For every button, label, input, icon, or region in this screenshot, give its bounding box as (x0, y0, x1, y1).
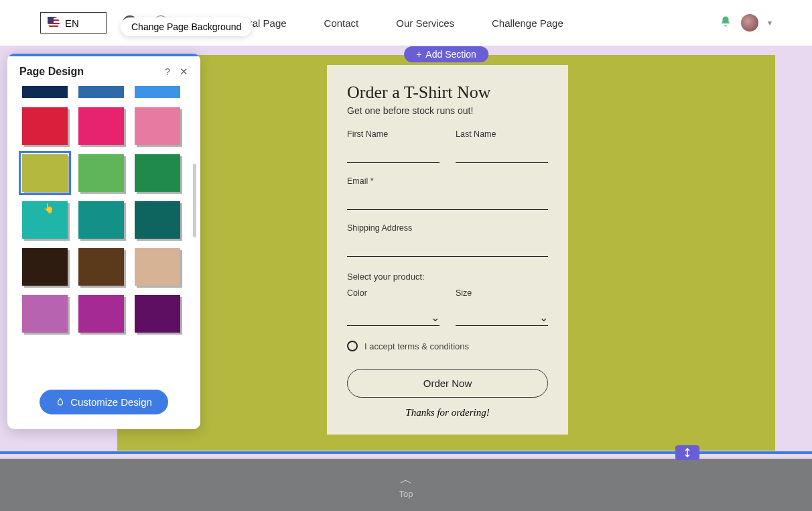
color-swatch[interactable] (78, 107, 124, 145)
panel-title: Page Design (19, 66, 84, 78)
color-swatch[interactable] (22, 201, 68, 239)
email-label: Email * (347, 176, 548, 186)
color-swatch[interactable] (78, 154, 124, 192)
size-label: Size (456, 288, 548, 298)
terms-row[interactable]: I accept terms & conditions (347, 341, 548, 351)
terms-label: I accept terms & conditions (364, 341, 469, 351)
avatar[interactable] (741, 14, 758, 32)
order-button[interactable]: Order Now (347, 369, 548, 398)
color-swatch[interactable] (135, 201, 180, 239)
back-to-top-label[interactable]: Top (399, 489, 413, 499)
form-card[interactable]: Order a T-Shirt Now Get one before stock… (327, 65, 568, 435)
panel-close-icon[interactable]: ✕ (180, 66, 188, 78)
color-swatch[interactable] (135, 86, 180, 98)
nav-item-services[interactable]: Our Services (396, 17, 454, 29)
shipping-label: Shipping Address (347, 223, 548, 233)
nav-item-challenge[interactable]: Challenge Page (492, 17, 563, 29)
customize-design-button[interactable]: Customize Design (40, 390, 168, 414)
nav-right: ▾ (720, 14, 772, 32)
color-swatch[interactable] (78, 201, 124, 239)
chevron-down-icon: ⌄ (539, 311, 548, 324)
droplet-icon (56, 398, 65, 407)
panel-header: Page Design ? ✕ (7, 56, 200, 83)
color-swatch[interactable] (22, 86, 68, 98)
shipping-field[interactable] (347, 245, 548, 257)
chevron-up-icon[interactable]: ︿ (400, 471, 412, 488)
color-swatch[interactable] (135, 248, 180, 286)
footer-band: ︿ Top (0, 459, 812, 511)
color-swatch[interactable] (78, 86, 124, 98)
color-label: Color (347, 288, 439, 298)
first-name-label: First Name (347, 129, 439, 139)
flag-icon (48, 17, 60, 29)
last-name-label: Last Name (456, 129, 548, 139)
customize-design-label: Customize Design (70, 396, 152, 408)
nav-links: New General Page Contact Our Services Ch… (202, 17, 563, 29)
first-name-field[interactable] (347, 151, 439, 163)
nav-item-contact[interactable]: Contact (324, 17, 359, 29)
select-product-label: Select your product: (347, 272, 548, 282)
chevron-down-icon[interactable]: ▾ (768, 18, 772, 27)
terms-checkbox[interactable] (347, 341, 358, 351)
add-section-button[interactable]: + Add Section (404, 46, 488, 62)
color-swatch[interactable] (78, 295, 124, 333)
language-selector[interactable]: EN (40, 12, 107, 34)
email-field[interactable] (347, 198, 548, 210)
color-swatch[interactable] (135, 295, 180, 333)
color-swatch[interactable] (22, 154, 68, 192)
last-name-field[interactable] (456, 151, 548, 163)
chevron-down-icon: ⌄ (431, 311, 439, 324)
bell-icon[interactable] (720, 15, 732, 30)
color-swatch[interactable] (22, 295, 68, 333)
page-design-panel: Page Design ? ✕ 👆 Customize Design (7, 54, 200, 429)
color-swatch[interactable] (22, 248, 68, 286)
thanks-text: Thanks for ordering! (347, 407, 548, 418)
add-section-label: Add Section (425, 49, 476, 60)
change-bg-tooltip: Change Page Background (121, 17, 252, 36)
scrollbar[interactable] (193, 164, 196, 237)
size-select[interactable]: ⌄ (456, 310, 548, 326)
language-code: EN (65, 17, 79, 29)
color-select[interactable]: ⌄ (347, 310, 439, 326)
panel-help-icon[interactable]: ? (165, 66, 170, 78)
color-swatch[interactable] (135, 107, 180, 145)
color-swatch[interactable] (78, 248, 124, 286)
swatch-scroll[interactable]: 👆 (7, 83, 200, 382)
form-subtitle: Get one before stock runs out! (347, 105, 548, 116)
form-title: Order a T-Shirt Now (347, 82, 548, 103)
section-resize-handle[interactable] (675, 445, 699, 460)
color-swatch[interactable] (22, 107, 68, 145)
plus-icon: + (416, 49, 421, 60)
color-swatch[interactable] (135, 154, 180, 192)
page-canvas[interactable]: + Add Section Order a T-Shirt Now Get on… (117, 55, 775, 451)
